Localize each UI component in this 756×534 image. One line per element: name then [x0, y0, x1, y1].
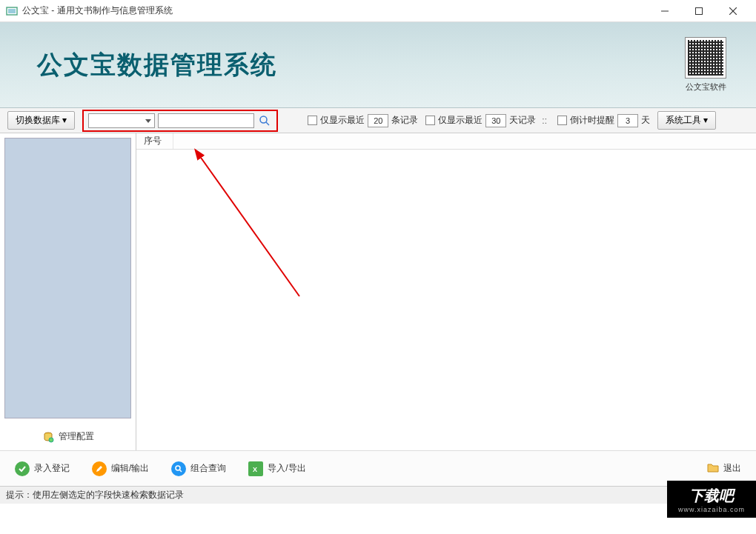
import-button[interactable]: X 导入/导出 [248, 461, 305, 476]
window-title: 公文宝 - 通用文书制作与信息管理系统 [22, 4, 648, 17]
watermark-main: 下载吧 [689, 486, 734, 506]
switch-database-button[interactable]: 切换数据库 ▾ [7, 111, 75, 130]
countdown-label: 倒计时提醒 [570, 114, 614, 127]
recent-days-label: 仅显示最近 [438, 114, 483, 127]
svg-text:X: X [253, 466, 257, 473]
window-controls [648, 0, 750, 22]
query-label: 组合查询 [190, 462, 226, 475]
tree-box[interactable] [4, 138, 131, 418]
toolbar: 切换数据库 ▾ 仅显示最近 20 条记录 仅显示最近 30 天记录 :: 倒计时… [0, 108, 756, 133]
search-input[interactable] [158, 113, 254, 128]
manage-config-button[interactable]: 管理配置 [0, 423, 136, 450]
maximize-button[interactable] [682, 0, 716, 22]
hint-label: 提示： [6, 490, 33, 500]
svg-line-7 [266, 122, 269, 125]
qr-box: 公文宝软件 [685, 37, 726, 93]
entry-label: 录入登记 [34, 462, 70, 475]
svg-rect-3 [696, 7, 703, 14]
exit-button[interactable]: 退出 [707, 461, 741, 475]
close-button[interactable] [716, 0, 750, 22]
column-header-row: 序号 [136, 133, 756, 150]
query-button[interactable]: 组合查询 [171, 461, 226, 476]
watermark: 下载吧 www.xiazaiba.com [667, 481, 756, 518]
search-field-combo[interactable] [88, 113, 155, 128]
watermark-sub: www.xiazaiba.com [678, 506, 745, 513]
folder-icon [707, 461, 719, 475]
recent-days-unit: 天记录 [509, 114, 536, 127]
minimize-button[interactable] [648, 0, 682, 22]
content-panel: 序号 [136, 133, 756, 450]
search-button[interactable] [257, 113, 272, 128]
recent-records-unit: 条记录 [391, 114, 418, 127]
banner-title: 公文宝数据管理系统 [37, 48, 277, 82]
svg-point-6 [260, 116, 267, 123]
system-tools-button[interactable]: 系统工具 ▾ [657, 111, 716, 130]
recent-days-group: 仅显示最近 30 天记录 :: [425, 114, 550, 127]
qr-label: 公文宝软件 [685, 81, 726, 93]
statusbar: 提示：使用左侧选定的字段快速检索数据记录 系统管理员 / 数 [0, 486, 756, 504]
svg-point-9 [49, 438, 53, 442]
check-icon [15, 461, 30, 476]
pencil-icon [92, 461, 107, 476]
edit-label: 编辑/输出 [111, 462, 149, 475]
dots-separator: :: [539, 116, 550, 126]
exit-label: 退出 [723, 462, 741, 475]
svg-line-10 [199, 156, 299, 296]
annotation-arrow [136, 133, 756, 444]
bottom-toolbar: 录入登记 编辑/输出 组合查询 X 导入/导出 退出 [0, 450, 756, 486]
recent-days-value[interactable]: 30 [485, 114, 506, 127]
countdown-group: 倒计时提醒 3 天 [557, 114, 650, 127]
qr-code [685, 37, 726, 79]
svg-line-12 [180, 470, 182, 472]
countdown-value[interactable]: 3 [617, 114, 638, 127]
recent-records-value[interactable]: 20 [368, 114, 388, 127]
recent-records-group: 仅显示最近 20 条记录 [308, 114, 418, 127]
main-area: 管理配置 序号 [0, 133, 756, 450]
database-icon [42, 431, 54, 443]
countdown-unit: 天 [641, 114, 650, 127]
titlebar: 公文宝 - 通用文书制作与信息管理系统 [0, 0, 756, 22]
search-group [82, 110, 278, 132]
entry-button[interactable]: 录入登记 [15, 461, 70, 476]
hint-text: 使用左侧选定的字段快速检索数据记录 [33, 490, 184, 500]
left-panel: 管理配置 [0, 133, 136, 450]
recent-records-label: 仅显示最近 [320, 114, 365, 127]
excel-icon: X [248, 461, 263, 476]
edit-button[interactable]: 编辑/输出 [92, 461, 149, 476]
recent-days-checkbox[interactable] [425, 116, 435, 125]
column-seq[interactable]: 序号 [136, 133, 173, 149]
status-hint: 提示：使用左侧选定的字段快速检索数据记录 [6, 489, 689, 501]
countdown-checkbox[interactable] [557, 116, 567, 125]
banner: 公文宝数据管理系统 公文宝软件 [0, 22, 756, 108]
app-icon [6, 5, 18, 17]
svg-rect-1 [8, 9, 16, 13]
search-icon [171, 461, 186, 476]
svg-point-11 [176, 466, 180, 470]
import-label: 导入/导出 [268, 462, 305, 475]
manage-config-label: 管理配置 [59, 430, 94, 443]
recent-records-checkbox[interactable] [308, 116, 317, 125]
